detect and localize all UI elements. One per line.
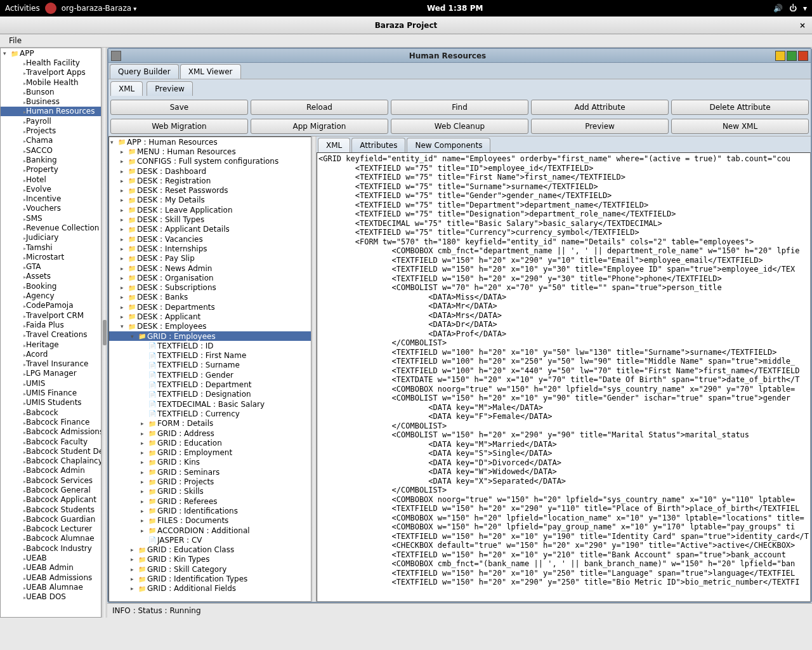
mtree-item[interactable]: ▸ CONFIGS : Full system configurations [109, 157, 311, 166]
structure-tree[interactable]: ▾ APP : Human Resources ▸ MENU : Human R… [108, 136, 311, 602]
expand-icon[interactable]: ▸ [121, 265, 128, 272]
xml-tab-xml[interactable]: XML [318, 138, 350, 152]
mtree-item[interactable]: ▸ DESK : Subscriptions [109, 282, 311, 292]
new-xml-button[interactable]: New XML [671, 119, 809, 134]
xml-tab-attributes[interactable]: Attributes [351, 138, 405, 152]
app-tree-sidebar[interactable]: ▾ APP Health Facility Travelport Apps Mo… [0, 48, 102, 618]
mtree-item[interactable]: ▸ GRID : Education Class [109, 545, 311, 554]
sidebar-item[interactable]: UEAB [1, 553, 101, 562]
mtree-item[interactable]: ▸ GRID : Address [109, 428, 311, 438]
expand-icon[interactable]: ▸ [141, 459, 148, 465]
expand-icon[interactable]: ▸ [141, 449, 148, 456]
sidebar-item[interactable]: Babcock Admin [1, 466, 101, 475]
expand-icon[interactable]: ▸ [121, 226, 128, 232]
maximize-button[interactable] [787, 51, 797, 61]
mtree-item[interactable]: ▸ MENU : Human Resources [109, 147, 311, 156]
sidebar-item[interactable]: Tamshi [1, 242, 101, 252]
system-menu-icon[interactable]: ▾ [803, 4, 807, 13]
sidebar-item[interactable]: Babcock Finance [1, 417, 101, 427]
expand-icon[interactable]: ▸ [121, 275, 128, 281]
mtree-item[interactable]: ▸ GRID : Identification Types [109, 574, 311, 583]
mtree-item[interactable]: ▸ DESK : Skill Types [109, 215, 311, 224]
sidebar-item[interactable]: Bunson [1, 87, 101, 96]
expand-icon[interactable]: ▸ [121, 149, 128, 155]
sidebar-item[interactable]: Babcock Chaplaincy [1, 456, 101, 465]
save-button[interactable]: Save [110, 100, 248, 115]
expand-icon[interactable]: ▾ [131, 333, 138, 340]
sidebar-item[interactable]: Heritage [1, 340, 101, 349]
sidebar-item[interactable]: Travelport Apps [1, 68, 101, 77]
expand-icon[interactable]: ▸ [121, 187, 128, 194]
expand-icon[interactable]: ▸ [131, 566, 138, 573]
sidebar-item[interactable]: CodePamoja [1, 301, 101, 310]
sidebar-item[interactable]: Agency [1, 291, 101, 300]
find-button[interactable]: Find [391, 100, 528, 115]
mtree-item[interactable]: TEXTFIELD : Gender [109, 370, 311, 380]
sidebar-item[interactable]: Babcock General [1, 485, 101, 494]
sidebar-item[interactable]: Payroll [1, 116, 101, 126]
mtree-item[interactable]: ▸ DESK : Leave Application [109, 205, 311, 215]
sidebar-item[interactable]: Babcock [1, 408, 101, 417]
sidebar-item[interactable]: Babcock Applicant [1, 495, 101, 505]
mtree-item[interactable]: ▸ DESK : My Details [109, 196, 311, 205]
mtree-item[interactable]: ▸ DESK : Applicant Details [109, 225, 311, 234]
subtab-xml[interactable]: XML [110, 81, 143, 96]
sidebar-item[interactable]: Evolve [1, 184, 101, 194]
sidebar-item[interactable]: Judiciary [1, 233, 101, 242]
mtree-item[interactable]: ▸ GRID : Referees [109, 496, 311, 506]
expand-icon[interactable]: ▸ [121, 197, 128, 203]
mtree-item[interactable]: ▸ DESK : Pay Slip [109, 254, 311, 263]
sidebar-item[interactable]: SMS [1, 213, 101, 223]
mtree-item[interactable]: ▸ GRID : Seminars [109, 467, 311, 477]
sidebar-item[interactable]: Babcock Faculty [1, 437, 101, 446]
sidebar-item[interactable]: Vouchers [1, 204, 101, 213]
expand-icon[interactable]: ▸ [131, 576, 138, 582]
mtree-item[interactable]: ▸ GRID : Employment [109, 448, 311, 458]
sidebar-item[interactable]: Human Resources [1, 107, 101, 116]
sidebar-item[interactable]: LPG Manager [1, 369, 101, 378]
mtree-item[interactable]: ▸ GRID : Skill Category [109, 564, 311, 574]
tree-root-app[interactable]: ▾ APP [1, 48, 101, 58]
mtree-item[interactable]: TEXTFIELD : Surname [109, 361, 311, 370]
sidebar-item[interactable]: Property [1, 165, 101, 175]
mtree-item[interactable]: ▸ DESK : Registration [109, 176, 311, 185]
sidebar-item[interactable]: GTA [1, 262, 101, 272]
sidebar-item[interactable]: Revenue Collection [1, 223, 101, 232]
mtree-item[interactable]: ▸ GRID : Kin Types [109, 555, 311, 564]
expand-icon[interactable]: ▸ [121, 246, 128, 252]
mtree-item[interactable]: ▸ DESK : Vacancies [109, 234, 311, 244]
mtree-item[interactable]: TEXTFIELD : First Name [109, 351, 311, 361]
sidebar-item[interactable]: Babcock Guardian [1, 514, 101, 524]
mtree-item[interactable]: ▾ DESK : Employees [109, 322, 311, 331]
sidebar-item[interactable]: Faida Plus [1, 320, 101, 329]
mtree-item[interactable]: ▸ GRID : Additional Fields [109, 584, 311, 594]
expand-icon[interactable]: ▸ [121, 207, 128, 213]
mtree-item[interactable]: ▾ GRID : Employees [109, 331, 311, 341]
expand-icon[interactable]: ▸ [141, 517, 148, 524]
mtree-item[interactable]: ▸ FORM : Details [109, 419, 311, 428]
window-menu-icon[interactable] [111, 51, 121, 61]
mtree-item[interactable]: ▸ GRID : Kins [109, 458, 311, 467]
mtree-item[interactable]: ▸ DESK : Banks [109, 293, 311, 302]
sidebar-item[interactable]: UEAB DOS [1, 592, 101, 602]
minimize-button[interactable] [775, 51, 785, 61]
expand-icon[interactable]: ▸ [141, 469, 148, 475]
mtree-item[interactable]: ▸ ACCORDION : Additional [109, 526, 311, 535]
mtree-item[interactable]: ▸ DESK : Organisation [109, 273, 311, 282]
xml-source-view[interactable]: <GRID keyfield="entity_id" name="Employe… [317, 152, 811, 602]
sidebar-item[interactable]: UEAB Alumnae [1, 582, 101, 592]
sidebar-item[interactable]: Business [1, 96, 101, 106]
expand-icon[interactable]: ▸ [121, 216, 128, 223]
expand-icon[interactable]: ▸ [131, 547, 138, 553]
sidebar-item[interactable]: Travel Insurance [1, 359, 101, 369]
app-menu[interactable]: org-baraza-Baraza [62, 4, 137, 13]
add-attribute-button[interactable]: Add Attribute [531, 100, 669, 115]
reload-button[interactable]: Reload [251, 100, 388, 115]
preview-button[interactable]: Preview [531, 119, 669, 134]
sidebar-item[interactable]: Booking [1, 281, 101, 291]
mtree-item[interactable]: ▸ DESK : Applicant [109, 312, 311, 321]
mtree-item[interactable]: ▸ DESK : Reset Passwords [109, 185, 311, 195]
close-button[interactable] [798, 51, 808, 61]
tab-xml-viewer[interactable]: XML Viewer [180, 64, 241, 79]
mtree-root[interactable]: ▾ APP : Human Resources [109, 137, 311, 147]
